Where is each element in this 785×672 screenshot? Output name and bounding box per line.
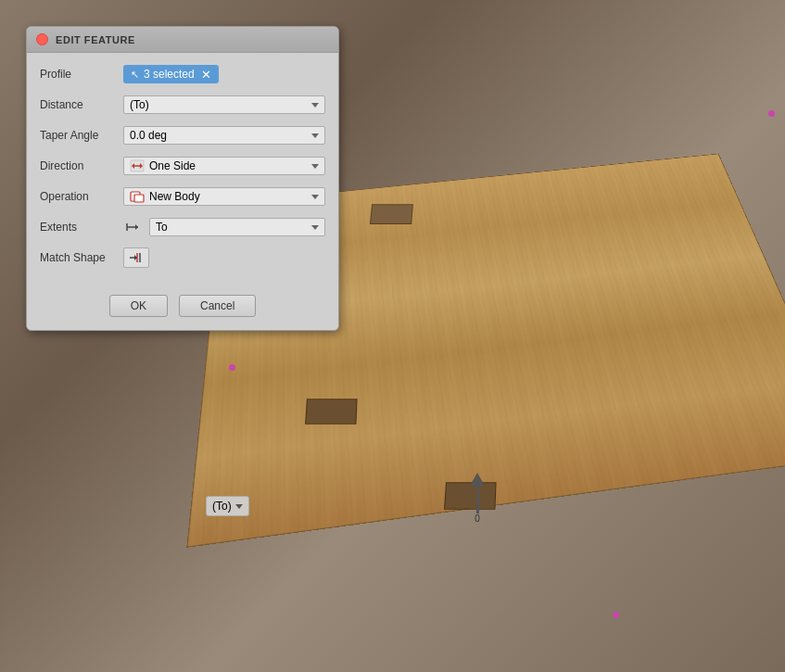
- match-shape-row: Match Shape: [40, 246, 325, 270]
- ok-button[interactable]: OK: [109, 295, 168, 317]
- corner-dot-top-right: [768, 110, 775, 117]
- operation-dropdown-arrow-icon: [311, 195, 319, 199]
- manipulator-label: 0: [475, 514, 480, 524]
- dialog-titlebar: EDIT FEATURE: [27, 27, 338, 53]
- taper-angle-dropdown[interactable]: 0.0 deg: [123, 126, 325, 145]
- profile-clear-button[interactable]: ✕: [201, 69, 211, 81]
- operation-row: Operation New Body: [40, 184, 325, 209]
- extents-label: Extents: [40, 221, 123, 234]
- dialog-content: Profile ↖ 3 selected ✕ Distance (To) Tap…: [27, 53, 338, 285]
- distance-dropdown-arrow-icon: [311, 103, 319, 108]
- direction-row: Direction One Side: [40, 154, 325, 178]
- profile-label: Profile: [40, 68, 123, 81]
- taper-angle-dropdown-arrow-icon: [311, 133, 319, 138]
- match-shape-button[interactable]: [123, 247, 149, 268]
- floating-distance-control[interactable]: (To): [206, 496, 249, 516]
- distance-value: (To): [130, 98, 149, 111]
- operation-control: New Body: [123, 187, 325, 206]
- extents-icon: [123, 218, 142, 236]
- manipulator-arrow-icon: [470, 473, 485, 486]
- extents-row: Extents To: [40, 215, 325, 239]
- direction-dropdown[interactable]: One Side: [123, 157, 325, 175]
- profile-row: Profile ↖ 3 selected ✕: [40, 62, 325, 86]
- taper-angle-control: 0.0 deg: [123, 126, 325, 145]
- match-shape-icon: [128, 250, 145, 265]
- svg-marker-8: [135, 224, 138, 230]
- extrusion-top: [370, 204, 413, 224]
- svg-rect-5: [134, 195, 144, 202]
- profile-badge[interactable]: ↖ 3 selected ✕: [123, 65, 219, 83]
- corner-dot-bottom: [613, 612, 619, 618]
- direction-dropdown-arrow-icon: [311, 164, 319, 169]
- extents-control: To: [123, 218, 325, 236]
- profile-control: ↖ 3 selected ✕: [123, 65, 325, 83]
- profile-selected-text: 3 selected: [144, 68, 195, 81]
- match-shape-label: Match Shape: [40, 251, 123, 264]
- taper-angle-label: Taper Angle: [40, 129, 123, 142]
- direction-value: One Side: [149, 159, 196, 172]
- operation-dropdown[interactable]: New Body: [123, 187, 325, 206]
- manipulator-shaft: [476, 486, 479, 514]
- extents-icon-area: [123, 218, 142, 236]
- operation-value: New Body: [149, 190, 200, 203]
- operation-label: Operation: [40, 190, 123, 203]
- distance-label: Distance: [40, 98, 123, 111]
- corner-dot-left: [229, 364, 235, 371]
- direction-control: One Side: [123, 157, 325, 175]
- dialog-footer: OK Cancel: [27, 285, 338, 330]
- floating-dropdown-arrow-icon: [235, 504, 243, 509]
- extents-dropdown-arrow-icon: [311, 225, 319, 230]
- extrusion-left: [305, 399, 357, 425]
- taper-angle-row: Taper Angle 0.0 deg: [40, 123, 325, 147]
- direction-icon: [130, 159, 145, 172]
- match-shape-control: [123, 247, 325, 268]
- distance-row: Distance (To): [40, 93, 325, 117]
- operation-with-icon: New Body: [130, 190, 308, 203]
- extents-dropdown[interactable]: To: [149, 218, 325, 236]
- new-body-icon: [130, 190, 145, 203]
- dialog-title: EDIT FEATURE: [56, 34, 135, 45]
- direction-manipulator[interactable]: 0: [468, 473, 487, 524]
- direction-label: Direction: [40, 159, 123, 172]
- distance-control: (To): [123, 95, 325, 114]
- taper-angle-value: 0.0 deg: [130, 129, 167, 142]
- dialog-close-button[interactable]: [36, 33, 48, 45]
- floating-distance-value: (To): [212, 500, 232, 513]
- edit-feature-dialog: EDIT FEATURE Profile ↖ 3 selected ✕ Dist…: [26, 26, 339, 331]
- extents-value: To: [156, 221, 168, 234]
- direction-with-icon: One Side: [130, 159, 308, 172]
- distance-dropdown[interactable]: (To): [123, 95, 325, 114]
- profile-cursor-icon: ↖: [131, 69, 139, 81]
- cancel-button[interactable]: Cancel: [179, 295, 256, 317]
